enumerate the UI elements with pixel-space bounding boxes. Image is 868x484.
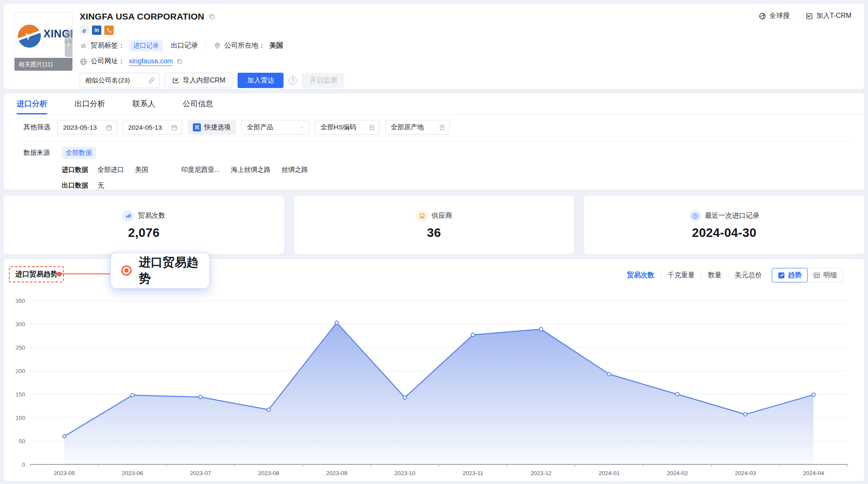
company-name: XINGFA USA CORPORATION [80, 11, 204, 22]
tag-import-records[interactable]: 进口记录 [129, 40, 163, 51]
social-links: e in [80, 26, 864, 35]
link-icon [148, 77, 155, 84]
document-list-icon [369, 124, 375, 131]
date-from-input[interactable]: 2023-05-13 [57, 120, 117, 135]
company-header-card: ✈ XINGFA GROUP › 相关图片(11) 全球搜 [3, 3, 865, 89]
tab-import-analysis[interactable]: 进口分析 [17, 93, 47, 114]
copy-website-icon[interactable] [176, 58, 183, 65]
start-monitor-button[interactable]: 开启监测 [302, 73, 344, 88]
location-label: 公司所在地： [224, 41, 265, 50]
svg-text:2023-10: 2023-10 [394, 470, 415, 476]
join-tcrm-button[interactable]: 加入T-CRM [805, 11, 851, 20]
import-data-value[interactable]: 全部进口 [97, 165, 124, 174]
join-radar-button[interactable]: 加入雷达 [238, 73, 284, 88]
import-data-label: 进口数据 [62, 165, 88, 174]
import-crm-button[interactable]: 导入内部CRM [165, 73, 232, 88]
info-icon[interactable]: ! [289, 77, 297, 85]
related-images-badge[interactable]: 相关图片(11) [14, 58, 72, 71]
trend-icon [778, 272, 785, 279]
divider [701, 272, 702, 279]
website-link[interactable]: xingfausa.com [129, 57, 173, 66]
import-data-value[interactable]: 印度尼西亚... [181, 165, 220, 174]
metric-kg-weight[interactable]: 千克重量 [667, 271, 695, 280]
supplier-icon [416, 210, 428, 222]
svg-text:300: 300 [15, 321, 25, 327]
view-toggle-group: 趋势 明细 [772, 268, 843, 282]
svg-text:2024-02: 2024-02 [667, 470, 688, 476]
svg-text:250: 250 [15, 344, 25, 351]
all-data-chip[interactable]: 全部数据 [62, 147, 96, 159]
plane-icon: ✈ [22, 30, 34, 44]
table-icon [813, 272, 820, 279]
other-filters-label: 其他筛选 [23, 123, 51, 132]
phone-icon[interactable] [104, 26, 114, 35]
location-value: 美国 [269, 41, 283, 50]
logo-graphic: ✈ XINGFA GROUP [14, 13, 72, 48]
svg-text:2023-09: 2023-09 [326, 470, 347, 476]
chevron-right-icon: › [67, 39, 70, 49]
svg-text:100: 100 [15, 415, 25, 421]
import-data-value[interactable]: 丝绸之路 [281, 165, 308, 174]
metric-quantity[interactable]: 数量 [708, 271, 722, 280]
stats-row: 贸易次数 2,076 供应商 36 最近一次进口记录 2024-04-30 [3, 195, 865, 254]
all-products-select[interactable]: 全部产品 [241, 120, 309, 135]
all-origin-picker[interactable]: 全部原产地 [385, 120, 450, 135]
stat-label: 供应商 [432, 211, 452, 220]
callout-text: 进口贸易趋势 [139, 254, 209, 287]
import-trend-card: 进口贸易趋势 进口贸易趋势 贸易次数 千克重量 数量 美元总价 趋势 [3, 259, 865, 481]
svg-text:350: 350 [15, 298, 25, 304]
import-data-value[interactable]: 海上丝绸之路 [231, 165, 270, 174]
website-label: 公司网址： [91, 57, 125, 66]
similar-company-button[interactable]: 相似公司名(23) [80, 73, 160, 88]
svg-text:2023-05: 2023-05 [54, 470, 75, 476]
chart-controls: 贸易次数 千克重量 数量 美元总价 趋势 [627, 268, 843, 282]
tag-export-records[interactable]: 出口记录 [171, 41, 198, 50]
location-pin-icon [214, 42, 221, 49]
all-hs-code-picker[interactable]: 全部HS编码 [315, 120, 380, 135]
svg-text:50: 50 [19, 438, 25, 444]
global-search-button[interactable]: 全球搜 [759, 11, 790, 20]
stat-card-last-import: 最近一次进口记录 2024-04-30 [584, 195, 865, 254]
document-list-icon [439, 124, 445, 131]
export-data-label: 出口数据 [62, 181, 88, 190]
svg-text:200: 200 [15, 368, 25, 374]
svg-text:2024-01: 2024-01 [599, 470, 620, 476]
bar-chart-icon [122, 210, 134, 222]
stat-label: 最近一次进口记录 [705, 211, 759, 220]
chart-title: 进口贸易趋势 [9, 266, 64, 282]
tab-company-info[interactable]: 公司信息 [183, 93, 213, 114]
export-data-value: 无 [97, 181, 104, 190]
carousel-next-button[interactable]: › [65, 31, 72, 57]
divider [23, 141, 851, 142]
svg-text:2023-07: 2023-07 [190, 470, 211, 476]
globe-icon [80, 58, 87, 65]
quick-options-button[interactable]: ⌘ 快捷选项 [188, 120, 236, 135]
chevron-down-icon [298, 124, 305, 131]
import-trend-chart[interactable]: 0501001502002503003502023-052023-062023-… [7, 284, 862, 481]
analysis-card: 进口分析 出口分析 联系人 公司信息 其他筛选 2023-05-13 2024-… [3, 93, 865, 190]
import-data-value[interactable]: 美国 [135, 165, 148, 174]
data-source-block: 数据来源 全部数据 进口数据 全部进口 美国 印度尼西亚... 海上丝绸之路 丝… [4, 147, 864, 190]
toggle-detail[interactable]: 明细 [807, 268, 843, 282]
tab-export-analysis[interactable]: 出口分析 [74, 93, 105, 114]
copy-company-name-icon[interactable] [209, 13, 215, 20]
metric-usd-total[interactable]: 美元总价 [735, 271, 762, 280]
tab-contacts[interactable]: 联系人 [132, 93, 155, 114]
website-icon[interactable]: e [80, 26, 89, 35]
linkedin-icon[interactable]: in [92, 26, 101, 35]
stat-label: 贸易次数 [138, 211, 165, 220]
top-actions: 全球搜 加入T-CRM [759, 11, 851, 20]
metric-trade-count[interactable]: 贸易次数 [627, 271, 654, 280]
date-to-input[interactable]: 2024-05-13 [123, 120, 182, 135]
toggle-trend[interactable]: 趋势 [772, 268, 808, 282]
calendar-icon [106, 124, 112, 131]
stat-value: 2,076 [128, 226, 160, 240]
tcrm-icon [805, 12, 813, 20]
stat-card-suppliers: 供应商 36 [294, 195, 575, 254]
svg-text:2023-06: 2023-06 [122, 470, 143, 476]
xingfa-emblem-icon: ✈ [18, 25, 41, 48]
company-logo[interactable]: ✈ XINGFA GROUP › 相关图片(11) [14, 12, 73, 71]
svg-text:150: 150 [15, 391, 25, 398]
bullseye-icon [121, 265, 132, 276]
svg-text:2023-08: 2023-08 [258, 470, 279, 476]
